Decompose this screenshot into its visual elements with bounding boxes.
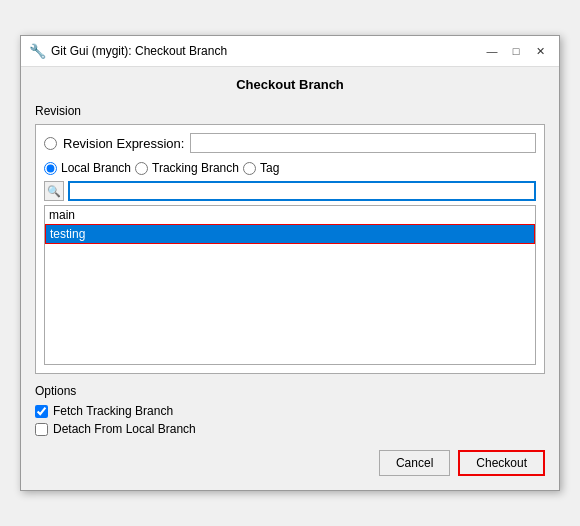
branch-search-row: 🔍 [44,181,536,201]
detach-local-label: Detach From Local Branch [53,422,196,436]
revision-section-label: Revision [35,104,545,118]
fetch-tracking-row: Fetch Tracking Branch [35,404,545,418]
list-item[interactable]: testing [45,224,535,244]
close-button[interactable]: ✕ [529,42,551,60]
cancel-button[interactable]: Cancel [379,450,450,476]
tag-label: Tag [260,161,279,175]
checkout-button[interactable]: Checkout [458,450,545,476]
dialog-content: Revision Revision Expression: Local Bran… [21,98,559,490]
options-label: Options [35,384,545,398]
local-branch-label: Local Branch [61,161,131,175]
revision-expr-input[interactable] [190,133,536,153]
options-section: Options Fetch Tracking Branch Detach Fro… [35,384,545,436]
titlebar-title: Git Gui (mygit): Checkout Branch [51,44,227,58]
minimize-button[interactable]: — [481,42,503,60]
branch-search-input[interactable] [68,181,536,201]
search-button[interactable]: 🔍 [44,181,64,201]
detach-local-checkbox[interactable] [35,423,48,436]
list-item[interactable]: main [45,206,535,224]
tag-radio[interactable] [243,162,256,175]
dialog-title: Checkout Branch [21,67,559,98]
titlebar-left: 🔧 Git Gui (mygit): Checkout Branch [29,43,227,59]
detach-local-row: Detach From Local Branch [35,422,545,436]
fetch-tracking-checkbox[interactable] [35,405,48,418]
branch-list[interactable]: main testing [44,205,536,365]
tracking-branch-radio[interactable] [135,162,148,175]
maximize-button[interactable]: □ [505,42,527,60]
titlebar: 🔧 Git Gui (mygit): Checkout Branch — □ ✕ [21,36,559,67]
titlebar-controls: — □ ✕ [481,42,551,60]
button-row: Cancel Checkout [35,450,545,476]
fetch-tracking-label: Fetch Tracking Branch [53,404,173,418]
revision-expr-radio[interactable] [44,137,57,150]
tracking-branch-label: Tracking Branch [152,161,239,175]
branch-type-row: Local Branch Tracking Branch Tag [44,161,536,175]
revision-section: Revision Expression: Local Branch Tracki… [35,124,545,374]
main-window: 🔧 Git Gui (mygit): Checkout Branch — □ ✕… [20,35,560,491]
app-icon: 🔧 [29,43,45,59]
local-branch-radio[interactable] [44,162,57,175]
revision-expr-label: Revision Expression: [63,136,184,151]
revision-expr-row: Revision Expression: [44,133,536,153]
